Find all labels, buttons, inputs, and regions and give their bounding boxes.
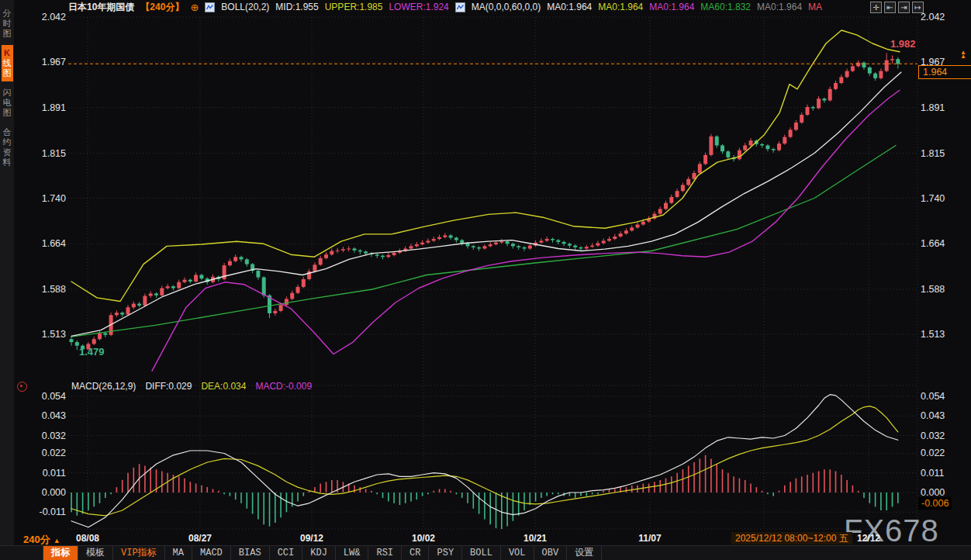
add-indicator-icon[interactable]: ⊕: [190, 2, 199, 13]
macd-value-tag: -0.006: [918, 497, 952, 510]
indicator-toolbar: 指标模板VIP指标MAMACDBIASCCIKDJLW&RSICRPSYBOLL…: [0, 545, 971, 560]
toolbar-item-KDJ[interactable]: KDJ: [302, 546, 336, 560]
macd-label: MACD(26,12,9): [71, 381, 136, 392]
axis-label: 0.032: [42, 430, 66, 442]
toolbar-item-CR[interactable]: CR: [402, 546, 429, 560]
boll-upper-value: UPPER:1.985: [325, 2, 383, 12]
chart-type-sidebar: 分时图K线图闪电图合约资料: [0, 0, 14, 560]
ma-value-2: MA0:1.964: [598, 2, 643, 12]
sidebar-tab-K线图[interactable]: K线图: [2, 45, 13, 81]
crosshair-tool-icon-button[interactable]: ✛: [870, 2, 882, 13]
scale-left-icon-button[interactable]: ⇤: [884, 2, 896, 13]
axis-label: 1.740: [921, 192, 945, 205]
chart-canvas[interactable]: [0, 0, 971, 560]
toolbar-item-VIP指标[interactable]: VIP指标: [113, 546, 165, 560]
macd-macd-value: MACD:-0.009: [255, 381, 312, 392]
axis-label: -0.011: [39, 506, 66, 518]
toolbar-item-LW&[interactable]: LW&: [336, 546, 369, 560]
axis-label: 1.967: [42, 56, 66, 68]
toolbar-item-模板[interactable]: 模板: [78, 546, 113, 560]
toolbar-item-BOLL[interactable]: BOLL: [462, 546, 501, 560]
macd-header: MACD(26,12,9) DIFF:0.029 DEA:0.034 MACD:…: [71, 381, 312, 392]
ma-value-3: MA0:1.964: [649, 2, 694, 12]
macd-indicator-icon[interactable]: [17, 382, 27, 392]
axis-label: 0.000: [42, 486, 66, 499]
price-up-arrow-icon: ▲▲: [960, 50, 966, 58]
axis-label: 2.042: [42, 11, 66, 23]
ma-label: MA(0,0,0,60,0,0): [472, 2, 541, 12]
axis-label: 0.022: [42, 447, 66, 459]
low-price-marker: 1.479: [79, 346, 105, 358]
date-tick-label: 11/07: [638, 533, 661, 544]
axis-label: 0.054: [921, 390, 945, 403]
axis-label: 1.513: [42, 328, 66, 340]
boll-lower-value: LOWER:1.924: [389, 2, 448, 12]
indicator-header: 日本10年期国债 【240分】 ⊕ BOLL(20,2) MID:1.955 U…: [68, 1, 822, 13]
toolbar-item-MA[interactable]: MA: [165, 546, 192, 560]
axis-label: 1.664: [42, 237, 66, 250]
date-tick-label: 09/12: [300, 533, 323, 544]
axis-label: 1.588: [921, 283, 945, 296]
axis-label: 0.011: [43, 467, 66, 479]
toolbar-item-PSY[interactable]: PSY: [429, 546, 462, 560]
date-tick-label: 10/21: [524, 533, 547, 544]
axis-label: 0.032: [921, 430, 945, 442]
high-price-marker: 1.982: [890, 38, 916, 50]
macd-dea-value: DEA:0.034: [201, 381, 246, 392]
date-tick-label: 12/12: [857, 533, 880, 544]
axis-label: 0.043: [921, 410, 945, 422]
axis-label: 0.043: [42, 410, 66, 422]
ma-value-5: MA0:1.964: [757, 2, 802, 12]
ma60-value: MA60:1.832: [700, 2, 751, 12]
sidebar-tab-合约资料[interactable]: 合约资料: [2, 124, 13, 171]
axis-label: 0.054: [42, 390, 66, 403]
session-range-label: 2025/12/12 08:00~12:00 五: [731, 532, 852, 544]
axis-label: 0.022: [921, 447, 945, 459]
toolbar-item-CCI[interactable]: CCI: [270, 546, 303, 560]
axis-label: 1.513: [921, 328, 945, 340]
scale-right-icon-button[interactable]: ⇥: [898, 2, 910, 13]
chart-application-window: 分时图K线图闪电图合约资料 日本10年期国债 【240分】 ⊕ BOLL(20,…: [0, 0, 971, 560]
axis-label: 1.815: [921, 147, 945, 160]
ma-value-1: MA0:1.964: [547, 2, 592, 12]
date-tick-label: 10/02: [412, 533, 435, 544]
ma-value-6: MA: [808, 2, 822, 12]
axis-label: 0.011: [921, 467, 944, 479]
axis-label: 2.042: [921, 11, 945, 23]
chart-toolbar-icons: ✛⇤⇥↦: [870, 2, 924, 13]
ma-chart-icon[interactable]: [455, 2, 465, 12]
toolbar-item-MACD[interactable]: MACD: [192, 546, 231, 560]
axis-label: 1.891: [42, 102, 66, 114]
instrument-title: 日本10年期国债: [68, 1, 134, 14]
period-dropdown-arrow-icon: ▲: [54, 537, 60, 544]
axis-label: 1.740: [42, 192, 66, 205]
toolbar-item-VOL[interactable]: VOL: [501, 546, 534, 560]
date-tick-label: 08/27: [188, 533, 212, 544]
sidebar-tab-分时图[interactable]: 分时图: [2, 5, 13, 42]
toolbar-item-设置[interactable]: 设置: [567, 546, 602, 560]
boll-label: BOLL(20,2): [221, 2, 269, 12]
axis-label: 1.891: [921, 102, 945, 114]
last-price-tag: 1.964: [918, 65, 971, 79]
axis-label: 1.664: [921, 237, 945, 250]
toolbar-item-RSI[interactable]: RSI: [368, 546, 402, 560]
toolbar-item-OBV[interactable]: OBV: [534, 546, 568, 560]
toolbar-item-指标[interactable]: 指标: [43, 546, 78, 560]
sidebar-tab-闪电图[interactable]: 闪电图: [2, 85, 13, 121]
boll-chart-icon[interactable]: [205, 2, 215, 12]
boll-mid-value: MID:1.955: [275, 2, 318, 12]
axis-label: 1.815: [42, 147, 66, 160]
macd-diff-value: DIFF:0.029: [145, 381, 192, 392]
period-badge: 【240分】: [140, 1, 184, 14]
axis-label: 1.588: [42, 283, 66, 296]
date-tick-label: 08/08: [76, 533, 99, 544]
toolbar-item-BIAS[interactable]: BIAS: [231, 546, 270, 560]
